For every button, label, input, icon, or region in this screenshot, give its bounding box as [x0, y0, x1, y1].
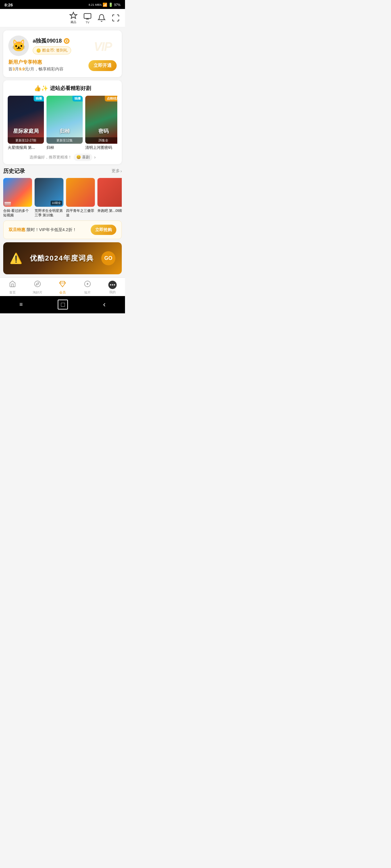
avatar[interactable]: 🐱	[8, 35, 29, 56]
home-icon	[9, 280, 16, 289]
coins-label: 酷金币: 签到礼	[42, 48, 67, 53]
drama-list: 独播星际家庭局更新至12-27期火星情报局 第...独播归棹更新至12集归棹点映…	[8, 96, 117, 150]
history-item-title: 四平青年之三傻罪途	[66, 208, 95, 218]
history-list: 合辑·看过的多个短视频10期全荒野求生全明星第三季 第10集四平青年之三傻罪途奔…	[3, 178, 122, 218]
history-item-title: 荒野求生全明星第三季 第10集	[35, 208, 63, 218]
poster-overlay: 归棹	[47, 128, 83, 135]
preference-tag[interactable]: 😄 喜剧	[74, 154, 92, 161]
user-info-row: 🐱 a独孤09018 ♛ 🪙 酷金币: 签到礼	[8, 35, 117, 56]
history-item[interactable]: 四平青年之三傻罪途	[66, 178, 95, 218]
collect-btn[interactable]: 藏品	[69, 11, 78, 24]
bottom-nav: 首页 淘好片 会员 短片	[0, 278, 125, 296]
history-item[interactable]: 奔跑吧 第...09期	[97, 178, 122, 218]
poster-badge: 独播	[34, 96, 44, 101]
more-label: 更多	[112, 168, 120, 174]
drama-title: 归棹	[47, 145, 83, 150]
promo-unit: 元/月，畅享精彩内容	[25, 67, 63, 71]
collect-label: 藏品	[71, 20, 76, 24]
tv-btn[interactable]: TV	[83, 12, 92, 24]
nav-member[interactable]: 会员	[55, 280, 71, 295]
poster-overlay: 星际家庭局	[8, 128, 44, 135]
more-dots-icon	[108, 281, 117, 289]
nav-home-label: 首页	[9, 290, 16, 295]
menu-button[interactable]: ≡	[16, 300, 27, 309]
preference-tag-label: 喜剧	[82, 155, 90, 160]
bell-btn[interactable]	[97, 14, 106, 22]
home-button[interactable]: □	[58, 300, 68, 310]
network-speed: 8.21 MB/s	[88, 3, 102, 6]
section-header: 👍✨ 进站必看精彩好剧	[8, 85, 117, 92]
svg-marker-5	[36, 283, 39, 285]
activate-button[interactable]: 立即开通	[88, 60, 117, 71]
promo-section: 新用户专享特惠 首3月9.9元/月，畅享精彩内容 立即开通	[8, 59, 117, 72]
nav-member-label: 会员	[59, 290, 66, 295]
nav-short[interactable]: 短片	[80, 280, 95, 295]
nav-short-label: 短片	[84, 290, 91, 295]
more-arrow-icon: ›	[120, 169, 122, 174]
history-item[interactable]: 10期全荒野求生全明星第三季 第10集	[35, 178, 63, 218]
drama-title: 清明上河图密码	[85, 145, 117, 150]
poster-badge: 独播	[73, 96, 83, 101]
annual-banner[interactable]: ⚠️ 优酷2024年度词典 GO	[3, 242, 122, 274]
status-bar: 8:26 8.21 MB/s 📶 🔋 97%	[0, 0, 125, 9]
nav-profile-label: 我的	[109, 290, 116, 294]
history-item[interactable]: 合辑·看过的多个短视频	[3, 178, 32, 218]
must-watch-section: 👍✨ 进站必看精彩好剧 独播星际家庭局更新至12-27期火星情报局 第...独播…	[3, 80, 122, 164]
nav-profile[interactable]: 我的	[105, 281, 120, 294]
preference-arrow-icon: ›	[94, 155, 96, 160]
tv-label: TV	[86, 21, 89, 24]
svg-rect-0	[84, 13, 91, 18]
annual-icon: ⚠️	[9, 252, 22, 265]
drama-title: 火星情报局 第...	[8, 145, 44, 150]
diamond-icon	[59, 280, 66, 289]
battery-pct: 97%	[114, 3, 120, 7]
promo-title: 新用户专享特惠	[8, 59, 63, 65]
buy-button[interactable]: 立即抢购	[91, 225, 116, 235]
drama-item[interactable]: 独播归棹更新至12集归棹	[47, 96, 83, 150]
system-nav: ≡ □ ‹	[0, 296, 125, 313]
poster-update: 更新至12集	[47, 137, 83, 144]
history-header: 历史记录 更多 ›	[3, 167, 122, 175]
nav-home[interactable]: 首页	[4, 280, 21, 295]
wifi-icon: 🔋	[108, 3, 113, 7]
username-row: a独孤09018 ♛	[33, 37, 117, 44]
promo-sub1: 首	[8, 67, 12, 71]
promo-price: 9.9	[19, 67, 25, 71]
annual-banner-content: ⚠️ 优酷2024年度词典 GO	[3, 251, 122, 265]
poster-update: 26集全	[85, 137, 117, 144]
vip-badge: ♛	[64, 38, 69, 44]
history-item-title: 奔跑吧 第...09期	[97, 208, 122, 213]
history-badge: 10期全	[51, 201, 62, 206]
drama-item[interactable]: 独播星际家庭局更新至12-27期火星情报局 第...	[8, 96, 44, 150]
video-icon	[84, 280, 91, 289]
drama-item[interactable]: 点映结局密码26集全清明上河图密码	[85, 96, 117, 150]
thumb-icon: 👍✨	[34, 85, 48, 92]
fullscreen-btn[interactable]	[112, 14, 120, 22]
history-title: 历史记录	[3, 167, 25, 175]
discover-icon	[34, 280, 41, 289]
svg-marker-7	[87, 283, 89, 285]
user-details: a独孤09018 ♛ 🪙 酷金币: 签到礼	[33, 37, 117, 54]
promo-sub3: 月	[15, 67, 19, 71]
status-time: 8:26	[4, 3, 13, 7]
nav-discover[interactable]: 淘好片	[29, 280, 46, 295]
poster-badge: 点映结局	[105, 96, 117, 101]
more-link[interactable]: 更多 ›	[112, 168, 122, 174]
coins-tag[interactable]: 🪙 酷金币: 签到礼	[33, 46, 71, 54]
nav-discover-label: 淘好片	[33, 290, 42, 295]
poster-overlay: 密码	[85, 128, 117, 135]
status-right: 8.21 MB/s 📶 🔋 97%	[88, 3, 120, 7]
back-button[interactable]: ‹	[99, 299, 109, 310]
history-item-title: 合辑·看过的多个短视频	[3, 208, 32, 218]
poster-update: 更新至12-27期	[8, 137, 44, 144]
username: a独孤09018	[33, 37, 62, 44]
section-title: 进站必看精彩好剧	[50, 85, 91, 92]
preference-row: 选择偏好，推荐更精准！ 😄 喜剧 ›	[8, 154, 117, 161]
promo-normal: 限时！VIP年卡低至4.2折！	[27, 227, 77, 232]
go-button[interactable]: GO	[101, 251, 115, 265]
preference-label: 选择偏好，推荐更精准！	[29, 155, 72, 160]
promo-banner: 双旦特惠 限时！VIP年卡低至4.2折！ 立即抢购	[3, 220, 122, 239]
top-nav: 藏品 TV	[0, 9, 125, 27]
promo-highlight: 双旦特惠	[9, 227, 25, 232]
history-section: 历史记录 更多 › 合辑·看过的多个短视频10期全荒野求生全明星第三季 第10集…	[3, 167, 122, 218]
